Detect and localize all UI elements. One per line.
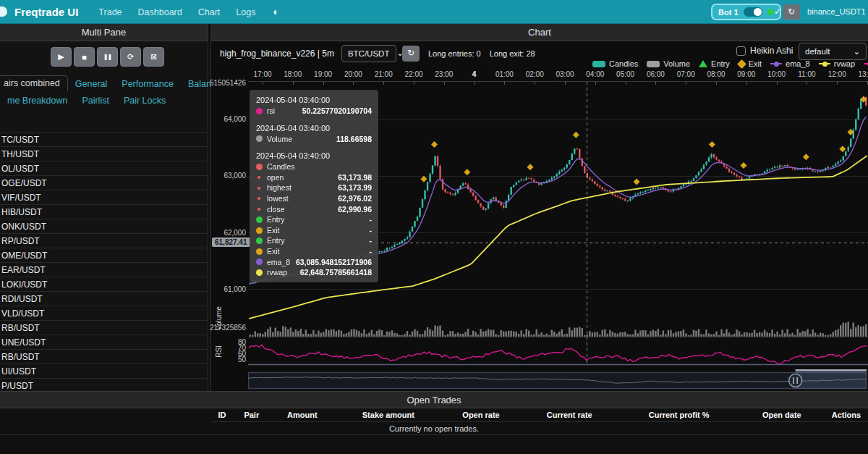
tooltip-label: close [267,204,285,215]
nav-link-logs[interactable]: Logs [236,7,255,17]
series-dot-icon [256,108,263,114]
close-window-button[interactable]: ⊠ [143,47,164,67]
time-axis-label: 13:00 [853,70,868,78]
legend-item-rsi[interactable]: rsi [864,59,868,68]
pair-list-item[interactable]: VIF/USDT [0,190,208,205]
pair-list-item[interactable]: RP/USDT [0,234,208,248]
pair-list-item[interactable]: RB/USDT [0,350,208,364]
play-button[interactable]: ▶ [51,47,72,67]
ema_8-icon [770,63,782,64]
tab-general[interactable]: General [68,77,114,91]
legend-label: Exit [749,59,762,68]
tooltip-row-entry: Entry- [256,235,372,246]
tab-me-breakdown[interactable]: me Breakdown [0,93,75,108]
column-header-id: ID [210,411,234,419]
chart-refresh-button[interactable]: ↻ [402,46,420,62]
tab-airs-combined[interactable]: airs combined [0,75,68,91]
nav-link-trade[interactable]: Trade [98,7,122,17]
pair-dropdown[interactable]: BTC/USDT ⌄ [341,45,396,62]
reload-button[interactable]: ⟳ [120,47,141,67]
tooltip-label: Entry [267,235,285,246]
series-dot-icon [256,217,263,223]
price-axis-label: 62,000 [224,229,246,237]
tab-pair-locks[interactable]: Pair Locks [116,93,173,108]
pause-button[interactable]: ❚❚ [97,47,118,67]
legend-item-rvwap[interactable]: rvwap [819,59,855,68]
refresh-button[interactable]: ↻ [783,4,800,20]
legend-item-ema_8[interactable]: ema_8 [770,59,810,68]
time-axis-label: 19:00 [309,70,338,78]
pair-list-item[interactable]: HIB/USDT [0,205,208,219]
multi-pane: Multi Pane ▶■❚❚⟳⊠ airs combinedGeneralPe… [0,24,208,454]
tooltip-value: 63,173.98 [338,172,372,183]
nav-link-chart[interactable]: Chart [198,7,221,17]
legend-label: Entry [711,59,730,68]
pair-list-item[interactable]: UNE/USDT [0,335,208,350]
column-header-pair: Pair [234,411,270,419]
rsi-axis-title: RSI [215,337,223,366]
entry-icon [699,60,707,67]
tooltip-value: - [370,235,373,246]
tab-performance[interactable]: Performance [114,77,181,91]
legend-item-exit[interactable]: Exit [739,59,762,68]
column-header-current-rate: Current rate [520,411,618,419]
plot-config-value: default [805,47,830,56]
price-axis-label: 515051426 [210,79,246,87]
legend-item-entry[interactable]: Entry [699,59,730,68]
navbar: Freqtrade UI TradeDashboardChartLogs ◐ B… [0,0,868,24]
tab-pairlist[interactable]: Pairlist [75,93,116,108]
pair-list-item[interactable]: TC/USDT [0,133,208,147]
time-axis-label: 22:00 [399,70,428,78]
tooltip-value: - [370,214,373,225]
tooltip-row-entry: Entry- [256,214,372,225]
series-dot-icon [258,208,260,211]
column-header-stake-amount: Stake amount [335,411,442,419]
pair-list-item[interactable]: VLD/USDT [0,306,208,321]
heikin-ashi-checkbox[interactable] [736,46,746,56]
tooltip-value: 50.22577020190704 [302,106,372,117]
pair-list-item[interactable]: LOKI/USDT [0,277,208,292]
stop-button[interactable]: ■ [74,47,95,67]
legend-item-candles[interactable]: Candles [592,59,638,68]
check-icon: ✓ [774,7,781,17]
bot-toggle[interactable] [744,7,762,17]
pair-list-item[interactable]: ONK/USDT [0,219,208,234]
freqtrade-app: Freqtrade UI TradeDashboardChartLogs ◐ B… [0,0,868,454]
tooltip-row-volume: Volume118.66598 [256,134,372,145]
time-axis-label: 12:00 [822,70,851,78]
legend-item-volume[interactable]: Volume [647,59,690,68]
series-dot-icon [256,164,263,170]
bot-selector[interactable]: Bot 1 [711,4,781,20]
tooltip-row-candles: Candles [256,161,372,172]
price-axis-label: 63,000 [224,172,246,180]
series-dot-icon [256,269,263,276]
price-axis-label: 50 [238,356,246,363]
tooltip-timestamp: 2024-05-04 03:40:00 [256,123,372,134]
volume-axis-title: Volume [215,304,223,333]
candles-icon [592,61,605,67]
theme-toggle-icon[interactable]: ◐ [273,6,278,17]
pair-list-item[interactable]: UI/USDT [0,364,208,379]
pair-list-item[interactable]: TH/USDT [0,147,208,161]
pair-list-item[interactable]: RDI/USDT [0,292,208,306]
pair-list-item[interactable]: EAR/USDT [0,263,208,277]
tooltip-value: 63,085.948152171906 [296,257,372,268]
time-axis-label: 06:00 [641,70,670,78]
time-axis-label: 23:00 [430,70,459,78]
tooltip-timestamp: 2024-05-04 03:40:00 [256,151,372,161]
pair-list-item[interactable]: OL/USDT [0,161,208,176]
pair-list-item[interactable]: RB/USDT [0,321,208,335]
tooltip-label: rvwap [267,267,287,278]
tooltip-label: Volume [267,134,292,145]
pair-list-item[interactable]: OME/USDT [0,248,208,263]
time-axis-label: 02:00 [520,70,549,78]
pair-list-item[interactable]: OGE/USDT [0,176,208,190]
time-axis-label: 09:00 [732,70,761,78]
chevron-down-icon: ⌄ [854,47,860,56]
nav-link-dashboard[interactable]: Dashboard [138,7,182,17]
bot-instance-label: binance_USDT1 [807,7,866,16]
tooltip-value: 63,173.99 [338,182,372,193]
plot-config-dropdown[interactable]: default ⌄ [799,43,867,60]
tooltip-row-open: open63,173.98 [256,172,372,183]
long-entries-label: Long entries: 0 [428,49,481,58]
